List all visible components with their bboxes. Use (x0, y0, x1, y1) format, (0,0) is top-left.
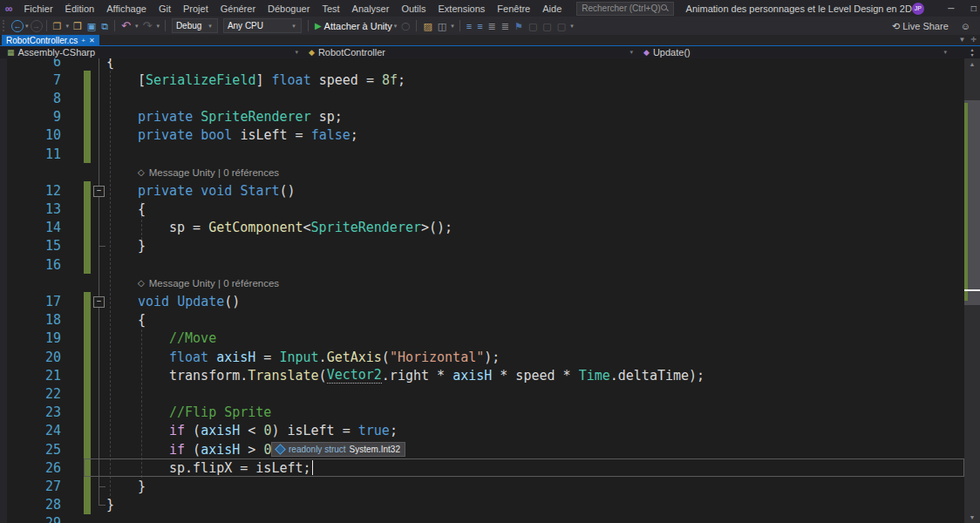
code-line-10[interactable]: 10private bool isLeft = false; (0, 126, 964, 145)
breadcrumb-project[interactable]: ▦ Assembly-CSharp ▾ (0, 46, 302, 58)
feedback-icon[interactable]: ☺ (961, 20, 970, 32)
close-tab-icon[interactable]: ✕ (89, 37, 95, 44)
save-icon[interactable]: ▣ (87, 20, 96, 32)
uncomment-lines-icon[interactable]: ≣ (501, 20, 509, 32)
search-placeholder: Rechercher (Ctrl+Q) (582, 3, 660, 13)
code-line-9[interactable]: 9private SpriteRenderer sp; (0, 108, 964, 126)
menu-item-aide[interactable]: Aide (536, 3, 568, 14)
code-line-28[interactable]: 28} (0, 496, 964, 514)
code-rows[interactable]: 6{7[SerializeField] float speed = 8f;89p… (0, 58, 964, 523)
code-line-19[interactable]: 19//Move (0, 329, 964, 348)
menu-bar: FichierÉditionAffichageGitProjetGénérerD… (18, 0, 568, 17)
minimize-button[interactable]: ─ (940, 3, 963, 13)
code-line-16[interactable]: 16 (0, 255, 964, 274)
indent-decrease-icon[interactable]: ≡ (466, 20, 472, 32)
code-line-21[interactable]: 21transform.Translate(Vector2.right * ax… (0, 366, 964, 384)
collapse-region-box[interactable]: − (93, 186, 105, 197)
code-line-25[interactable]: 25if (axisH > 0) isLeft = false; (0, 440, 964, 458)
code-editor[interactable]: 6{7[SerializeField] float speed = 8f;89p… (0, 58, 980, 523)
breadcrumb-type[interactable]: ◆ RobotController ▾ (302, 46, 636, 58)
change-tracking-bar (84, 440, 91, 458)
code-line-11[interactable]: 11 (0, 145, 964, 163)
pin-tab-icon[interactable]: + (81, 37, 85, 44)
change-tracking-bar (84, 348, 91, 366)
navigate-back-icon[interactable]: ← (11, 20, 24, 32)
line-number: 26 (0, 460, 61, 476)
open-folder-icon[interactable]: ❒ (73, 20, 82, 32)
code-line-22[interactable]: 22 (0, 384, 964, 403)
change-tracking-bar (84, 200, 91, 219)
change-tracking-bar (84, 422, 91, 440)
code-line-24[interactable]: 24if (axisH < 0) isLeft = true; (0, 422, 964, 440)
menu-item-dboguer[interactable]: Déboguer (262, 3, 316, 14)
menu-item-outils[interactable]: Outils (395, 3, 432, 14)
search-input[interactable]: Rechercher (Ctrl+Q) (576, 2, 673, 16)
document-well-options-icon[interactable]: ✛ (970, 36, 977, 44)
code-line-12[interactable]: 12−private void Start() (0, 181, 964, 200)
save-all-icon[interactable]: ⧉ (101, 20, 108, 32)
code-line-23[interactable]: 23//Flip Sprite (0, 404, 964, 422)
code-line-6[interactable]: 6{ (0, 58, 964, 71)
codelens-row[interactable]: ◇Message Unity | 0 références (0, 163, 964, 181)
document-well-chevron-icon[interactable]: ▼ (958, 36, 965, 44)
unity-icon: ◇ (138, 278, 145, 288)
menu-item-fichier[interactable]: Fichier (18, 3, 59, 14)
toolbar-grip[interactable] (3, 20, 8, 31)
new-project-icon[interactable]: ❐ (53, 20, 62, 32)
solution-platform-select[interactable]: Any CPU ▾ (223, 18, 302, 33)
toolbar-overflow-icon[interactable]: ▾ (570, 23, 574, 30)
menu-item-extensions[interactable]: Extensions (432, 3, 492, 14)
preview-dropdown-icon[interactable]: ▾ (451, 23, 454, 30)
menu-item-test[interactable]: Test (316, 3, 345, 14)
menu-item-fentre[interactable]: Fenêtre (491, 3, 536, 14)
undo-icon[interactable]: ↶ (121, 20, 131, 32)
new-project-dropdown-icon[interactable]: ▾ (65, 23, 69, 30)
code-line-27[interactable]: 27} (0, 477, 964, 495)
menu-item-gnrer[interactable]: Générer (214, 3, 262, 14)
codelens-label[interactable]: ◇Message Unity | 0 références (138, 278, 279, 289)
code-line-14[interactable]: 14sp = GetComponent<SpriteRenderer>(); (0, 219, 964, 237)
menu-item-projet[interactable]: Projet (177, 3, 214, 14)
code-line-26[interactable]: 26sp.flipX = isLeft; (0, 458, 964, 477)
codelens-row[interactable]: ◇Message Unity | 0 références (0, 274, 964, 292)
breadcrumb-member[interactable]: ◆ Update() ▾ (636, 46, 950, 58)
code-line-8[interactable]: 8 (0, 89, 964, 107)
preview-window-icon[interactable]: ◫ (438, 20, 446, 32)
split-editor-handle[interactable]: ▴▾ (966, 47, 978, 58)
code-line-18[interactable]: 18{ (0, 311, 964, 329)
collapse-region-box[interactable]: − (93, 296, 105, 308)
vertical-scrollbar[interactable]: ▲ ▼ (964, 58, 980, 523)
undo-dropdown-icon[interactable]: ▾ (135, 23, 139, 30)
menu-item-git[interactable]: Git (153, 3, 177, 14)
code-line-13[interactable]: 13{ (0, 200, 964, 219)
code-line-7[interactable]: 7[SerializeField] float speed = 8f; (0, 71, 964, 89)
attach-to-unity-button[interactable]: Attacher à Unity (324, 21, 392, 31)
line-number: 18 (0, 312, 61, 328)
live-share-icon[interactable]: ⟲ (892, 20, 900, 32)
code-line-17[interactable]: 17−void Update() (0, 292, 964, 310)
user-avatar[interactable]: JP (912, 3, 924, 15)
code-line-15[interactable]: 15} (0, 237, 964, 255)
line-number: 25 (0, 442, 61, 458)
attach-dropdown-icon[interactable]: ▾ (394, 23, 398, 30)
scroll-down-icon[interactable]: ▼ (964, 514, 980, 520)
menu-item-affichage[interactable]: Affichage (100, 3, 153, 14)
line-number: 11 (0, 146, 61, 162)
comment-lines-icon[interactable]: ≣ (488, 20, 496, 32)
indent-increase-icon[interactable]: ≡ (477, 20, 482, 32)
maximize-button[interactable]: □ (963, 3, 980, 13)
show-all-files-icon[interactable]: ▨ (423, 20, 432, 32)
menu-item-analyser[interactable]: Analyser (346, 3, 396, 14)
start-debug-play-icon[interactable]: ▶ (315, 20, 322, 32)
menu-item-dition[interactable]: Édition (59, 3, 101, 14)
bookmark-icon[interactable]: ⚑ (514, 20, 523, 32)
code-line-29[interactable]: 29 (0, 514, 964, 523)
code-line-20[interactable]: 20float axisH = Input.GetAxis("Horizonta… (0, 348, 964, 366)
codelens-label[interactable]: ◇Message Unity | 0 références (138, 167, 279, 178)
solution-configuration-select[interactable]: Debug ▾ (172, 18, 218, 33)
tab-robotcontroller[interactable]: RobotController.cs + ✕ (2, 35, 99, 46)
scroll-up-icon[interactable]: ▲ (964, 61, 980, 67)
visual-studio-logo-icon: ∞ (5, 3, 13, 14)
navigate-back-dropdown-icon[interactable]: ▾ (25, 23, 29, 30)
live-share-button[interactable]: Live Share (902, 21, 949, 31)
